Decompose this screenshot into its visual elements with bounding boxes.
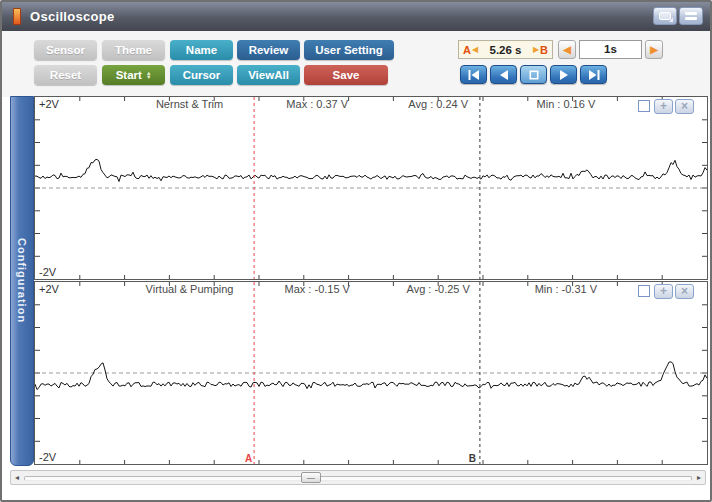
review-button[interactable]: Review [237,40,300,60]
title-bar: Oscilloscope [2,2,710,31]
cursor-b-label[interactable]: B [469,453,476,464]
stat-max: Max : 0.37 V [286,98,348,110]
skip-to-end-button[interactable] [580,65,607,84]
app-icon [13,8,21,25]
interval-increase-button[interactable]: ▶ [645,40,663,59]
window-title: Oscilloscope [30,9,115,24]
step-back-button[interactable] [490,65,517,84]
scroll-left-icon[interactable]: ◂ [12,471,22,484]
waveform-plot[interactable] [35,97,707,279]
minimize-icon [685,12,697,20]
skip-to-start-button[interactable] [460,65,487,84]
scroll-right-icon[interactable]: ▸ [694,471,704,484]
theme-button[interactable]: Theme [102,40,165,60]
sensor-button[interactable]: Sensor [34,40,97,60]
scrollbar-thumb[interactable] [301,472,321,483]
stat-max: Max : -0.15 V [285,283,350,295]
stop-icon [528,70,540,80]
scope-panel-nernst-trim: +2V -2V Nernst & Trim Max : 0.37 V Avg :… [34,96,708,280]
b-right-arrow-icon: ▶ [533,45,539,54]
add-channel-button[interactable]: + [654,99,673,114]
scrollbar-track[interactable] [24,476,692,481]
cursor-a-tag: A [463,44,471,56]
channel-title: Virtual & Pumping [146,283,234,295]
close-channel-button[interactable]: × [675,284,694,299]
stat-min: Min : -0.31 V [535,283,597,295]
viewall-button[interactable]: ViewAll [237,65,300,85]
start-button[interactable]: Start ▲▼ [102,65,165,85]
add-channel-button[interactable]: + [654,284,673,299]
cursor-button[interactable]: Cursor [170,65,233,85]
y-min-label: -2V [39,451,56,463]
skip-to-end-icon [588,70,600,80]
channel-title: Nernst & Trim [156,98,223,110]
interval-decrease-button[interactable]: ◀ [558,40,576,59]
oscilloscope-window: Oscilloscope Sensor Theme Name Review Us… [0,0,712,502]
y-min-label: -2V [39,266,56,278]
reset-button[interactable]: Reset [34,65,97,85]
stat-min: Min : 0.16 V [537,98,596,110]
toolbar: Sensor Theme Name Review User Setting Re… [2,31,710,97]
step-forward-arrow-icon: ▶ [650,44,658,55]
stat-avg: Avg : 0.24 V [408,98,468,110]
playback-controls [460,65,607,84]
scope-panel-virtual-pumping: +2V -2V Virtual & Pumping Max : -0.15 V … [34,281,708,465]
step-back-icon [498,70,510,80]
ab-time-readout: A ◀ 5.26 s ▶ B [458,40,553,59]
minimize-window-button[interactable] [679,7,703,25]
configuration-side-tab[interactable]: Configuration [10,96,34,466]
start-spinner-icon: ▲▼ [146,71,151,79]
a-left-arrow-icon: ◀ [472,45,478,54]
channel-select-checkbox[interactable] [638,285,650,297]
ab-delta-value: 5.26 s [479,44,532,56]
popout-icon [659,12,671,20]
configuration-label: Configuration [16,238,28,323]
user-setting-button[interactable]: User Setting [304,40,394,60]
y-max-label: +2V [39,283,59,295]
interval-field[interactable]: 1s [579,40,642,59]
channel-select-checkbox[interactable] [638,100,650,112]
y-max-label: +2V [39,98,59,110]
stat-avg: Avg : -0.25 V [406,283,469,295]
close-channel-button[interactable]: × [675,99,694,114]
play-icon [558,70,570,80]
step-back-arrow-icon: ◀ [563,44,571,55]
save-button[interactable]: Save [304,65,388,85]
stop-button[interactable] [520,65,547,84]
popout-window-button[interactable] [653,7,677,25]
play-button[interactable] [550,65,577,84]
cursor-a-label[interactable]: A [245,453,252,464]
waveform-plot[interactable] [35,282,707,464]
cursor-b-tag: B [540,44,548,56]
skip-to-start-icon [468,70,480,80]
name-button[interactable]: Name [170,40,233,60]
horizontal-scrollbar[interactable]: ◂ ▸ [10,470,706,485]
